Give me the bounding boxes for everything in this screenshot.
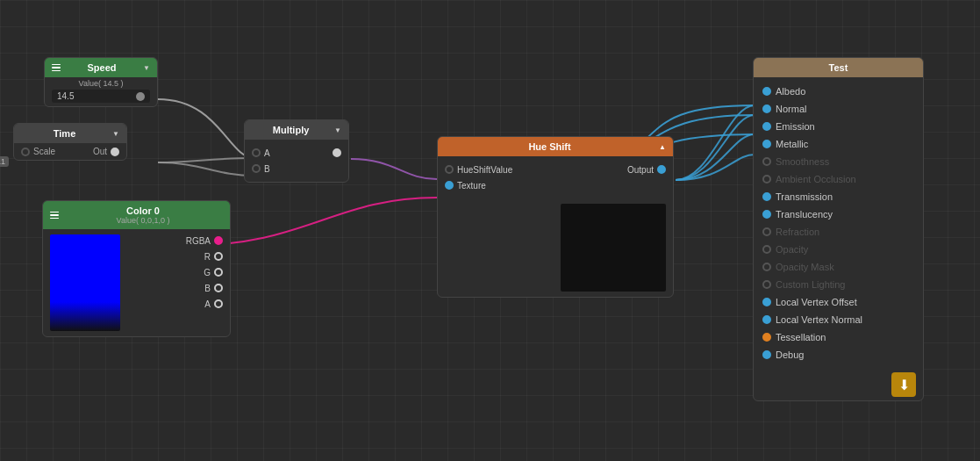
test-node-header[interactable]: Test [754,58,923,77]
test-opacity-label: Opacity [776,244,808,255]
speed-value: 14.5 [57,91,74,101]
color0-g-pin[interactable] [214,268,223,277]
hueshift-texture-pin[interactable] [445,181,454,190]
multiply-body: A B [245,140,348,182]
test-opacity-mask-pin[interactable] [762,263,771,271]
speed-value-box[interactable]: 14.5 [52,90,150,103]
test-translucency-pin[interactable] [762,210,771,219]
time-out-pin[interactable] [111,148,119,156]
color0-a-pin[interactable] [214,299,223,308]
test-tessellation-label: Tessellation [776,332,826,342]
test-translucency-row: Translucency [754,205,923,223]
color0-body: RGBA R G B A [43,229,230,336]
test-tessellation-pin[interactable] [762,333,771,342]
multiply-node-title: Multiply [252,125,330,135]
test-albedo-pin[interactable] [762,87,771,96]
test-debug-pin[interactable] [762,350,771,359]
test-debug-row: Debug [754,346,923,364]
test-metallic-pin[interactable] [762,140,771,148]
test-debug-label: Debug [776,349,804,360]
hueshift-inputs: HueShiftValue Texture [438,156,620,198]
hamburger-icon [52,64,61,72]
color0-b-label: B [204,284,211,293]
color0-a-label: A [204,299,211,309]
test-node: Test Albedo Normal Emission Metallic Smo… [753,57,924,401]
multiply-a-label: A [264,148,270,158]
test-lvn-pin[interactable] [762,315,771,324]
test-opacity-mask-label: Opacity Mask [776,262,834,272]
speed-value-knob[interactable] [136,92,145,101]
test-opacity-row: Opacity [754,241,923,258]
test-custom-lighting-pin[interactable] [762,280,771,289]
color0-b-pin[interactable] [214,284,223,292]
test-refraction-label: Refraction [776,227,819,237]
test-ao-pin[interactable] [762,175,771,184]
time-scale-label: Scale [33,147,55,156]
hueshift-value-pin[interactable] [445,165,454,174]
hueshift-node-title: Hue Shift [445,141,655,152]
hueshift-node-header[interactable]: Hue Shift ▲ [438,137,673,156]
test-opacity-pin[interactable] [762,245,771,254]
color0-r-label: R [204,252,211,262]
test-metallic-row: Metallic [754,135,923,153]
time-scale-pin[interactable] [21,148,30,156]
test-metallic-label: Metallic [776,139,808,149]
color0-rgba-pin[interactable] [214,236,223,245]
hueshift-preview [561,204,666,292]
test-lvo-label: Local Vertex Offset [776,297,857,307]
hueshift-texture-label: Texture [457,181,486,191]
time-node-header[interactable]: Time ▼ [14,124,126,143]
test-transmission-pin[interactable] [762,192,771,201]
test-albedo-row: Albedo [754,83,923,100]
hueshift-texture-row: Texture [438,177,620,193]
test-normal-pin[interactable] [762,104,771,113]
time-node: Time ▼ Scale Out [13,123,127,161]
time-labels: Scale Out [14,143,126,160]
time-node-title: Time [21,128,108,139]
multiply-dropdown-icon[interactable]: ▼ [334,126,341,134]
multiply-a-out-pin[interactable] [333,148,341,157]
hueshift-output-label: Output [627,165,654,175]
time-badge: 11 [0,156,9,167]
test-emission-pin[interactable] [762,122,771,131]
test-smoothness-pin[interactable] [762,157,771,166]
hueshift-node: Hue Shift ▲ HueShiftValue Texture Output [437,136,674,298]
speed-node-title: Speed [65,62,139,73]
test-node-body: Albedo Normal Emission Metallic Smoothne… [754,77,923,369]
hueshift-collapse-icon[interactable]: ▲ [659,143,666,151]
time-out-label: Out [93,147,107,156]
test-lvn-row: Local Vertex Normal [754,311,923,328]
speed-dropdown-icon[interactable]: ▼ [143,64,150,72]
test-albedo-label: Albedo [776,86,805,97]
multiply-b-in-pin[interactable] [252,164,261,173]
color0-title: Color 0 [63,205,223,216]
time-dropdown-icon[interactable]: ▼ [112,130,119,138]
test-normal-row: Normal [754,100,923,118]
test-smoothness-row: Smoothness [754,153,923,170]
test-refraction-pin[interactable] [762,227,771,236]
color0-r-pin[interactable] [214,252,223,261]
color0-r-row: R [127,249,230,264]
multiply-b-label: B [264,164,270,174]
test-footer: ⬇ [754,369,923,400]
test-emission-label: Emission [776,121,815,132]
color0-header[interactable]: Color 0 Value( 0,0,1,0 ) [43,201,230,229]
test-lvn-label: Local Vertex Normal [776,314,862,325]
test-transmission-row: Transmission [754,188,923,205]
color0-subtitle: Value( 0,0,1,0 ) [63,216,223,225]
color0-a-row: A [127,296,230,312]
test-refraction-row: Refraction [754,223,923,241]
color0-rgba-label: RGBA [186,236,211,246]
hueshift-body: HueShiftValue Texture Output [438,156,673,198]
test-smoothness-label: Smoothness [776,156,829,167]
hueshift-output-pin[interactable] [657,165,666,174]
test-lvo-row: Local Vertex Offset [754,293,923,311]
color0-g-row: G [127,264,230,280]
test-translucency-label: Translucency [776,209,833,220]
color0-hamburger-icon [50,212,59,220]
multiply-node-header[interactable]: Multiply ▼ [245,120,348,140]
speed-node-header[interactable]: Speed ▼ [45,58,157,77]
test-lvo-pin[interactable] [762,298,771,306]
multiply-a-in-pin[interactable] [252,148,261,157]
download-icon[interactable]: ⬇ [891,372,916,397]
